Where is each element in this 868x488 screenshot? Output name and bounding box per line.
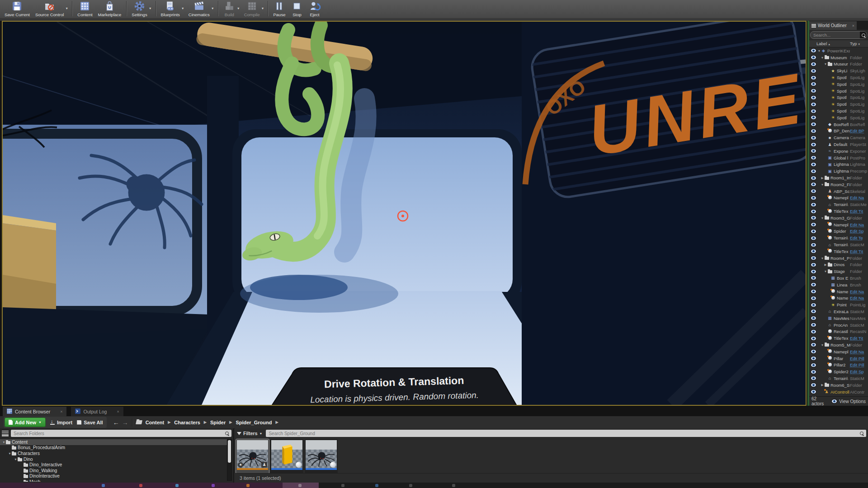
outliner-row[interactable]: ☀SpotlSpotLig [809,74,868,81]
outliner-row[interactable]: ▶Room6_SFolder [809,382,868,389]
folder-tree-item-dino_interactive[interactable]: Dino_Interactive [0,462,227,468]
outliner-row[interactable]: ▼StageFolder [809,268,868,275]
visibility-eye-icon[interactable] [811,95,816,100]
taskbar-app-icon[interactable] [102,484,105,487]
outliner-row[interactable]: ▣LightmaPrecomp [809,168,868,174]
visibility-eye-icon[interactable] [811,69,816,73]
visibility-eye-icon[interactable] [811,75,816,80]
import-button[interactable]: Import [50,420,72,425]
outliner-search-input[interactable]: Search... [810,31,867,39]
outliner-row[interactable]: ▦NavMesNavMes [809,315,868,322]
outliner-row[interactable]: NameplEdit Na [809,221,868,228]
asset-thumbnail-box[interactable] [270,439,303,474]
outliner-row[interactable]: NameEdit Na [809,288,868,295]
outliner-row[interactable]: NameplEdit Na [809,195,868,202]
visibility-eye-icon[interactable] [811,136,816,140]
settings-button[interactable]: Settings [129,0,150,18]
folder-tree-scrollbar[interactable] [227,439,232,481]
outliner-row[interactable]: NameplEdit Na [809,348,868,355]
filters-button[interactable]: Filters ▼ [237,431,262,436]
visibility-eye-icon[interactable] [811,263,816,267]
outliner-search-button[interactable] [860,32,867,38]
back-button[interactable]: ← [113,419,119,426]
tab-content-browser[interactable]: Content Browser× [3,407,66,416]
outliner-row[interactable]: ♟DefaultPlayerSt [809,141,868,148]
visibility-eye-icon[interactable] [811,282,816,287]
outliner-row[interactable]: Pillar2Edit Pill [809,361,868,368]
folder-tree-item-dinointeractive[interactable]: DinoInteractive [0,474,227,479]
taskbar-app-icon[interactable] [298,484,302,487]
taskbar-app-icon[interactable] [341,484,344,487]
visibility-eye-icon[interactable] [811,109,816,113]
outliner-row[interactable]: ♟ABP_ScSkeletal [809,188,868,195]
stop-button[interactable]: Stop [288,0,306,18]
visibility-eye-icon[interactable] [811,343,816,347]
outliner-row[interactable]: ⌂Terrain\StaticMe [809,201,868,208]
source-control-button[interactable]: Source Control [33,0,66,18]
visibility-eye-icon[interactable] [811,142,816,147]
add-new-button[interactable]: Add New ▼ [5,418,46,427]
visibility-eye-icon[interactable] [811,303,816,307]
visibility-eye-icon[interactable] [811,209,816,214]
taskbar-app-icon[interactable] [452,484,455,487]
visibility-eye-icon[interactable] [811,249,816,253]
visibility-eye-icon[interactable] [811,229,816,234]
taskbar-app-icon[interactable] [175,484,179,487]
actor-type-edit-link[interactable]: Edit Na [850,296,868,300]
outliner-row[interactable]: ☀SpotlSpotLig [809,108,868,114]
outliner-row[interactable]: ☀SpotlSpotLig [809,94,868,101]
actor-type-edit-link[interactable]: Edit BP [850,128,868,133]
actor-type-edit-link[interactable]: Edit Tit [850,336,868,341]
outliner-row[interactable]: RecastlRecastN [809,328,868,335]
save-all-button[interactable]: Save All [77,420,103,425]
search-assets-input[interactable]: Search Spider_Ground [266,430,866,437]
outliner-row[interactable]: ▣LightmaLightma [809,161,868,168]
outliner-row[interactable]: ☀SpotlSpotLig [809,114,868,121]
cinematics-button[interactable]: Cinematics [186,0,212,18]
taskbar-app-icon[interactable] [139,484,142,487]
visibility-eye-icon[interactable] [811,122,816,127]
visibility-eye-icon[interactable] [811,356,816,361]
outliner-row[interactable]: ▼◆PowerIKExaWorld [809,47,868,54]
taskbar-app-icon[interactable] [212,484,215,487]
visibility-eye-icon[interactable] [811,216,816,220]
outliner-row[interactable]: ▼Room5_MFolder [809,342,868,348]
visibility-eye-icon[interactable] [811,222,816,227]
visibility-eye-icon[interactable] [811,289,816,294]
visibility-eye-icon[interactable] [811,155,816,160]
visibility-eye-icon[interactable] [811,243,816,247]
visibility-eye-icon[interactable] [811,162,816,167]
outliner-row[interactable]: ▦Box EBrush [809,275,868,282]
outliner-row[interactable]: Spider2Edit Sp [809,368,868,375]
expander-icon[interactable]: ▶ [821,176,824,180]
pause-button[interactable]: Pause [270,0,288,18]
visibility-eye-icon[interactable] [811,349,816,354]
taskbar-app-icon[interactable] [246,484,250,487]
chevron-down-icon[interactable]: ▼ [149,7,152,10]
visibility-eye-icon[interactable] [811,55,816,60]
outliner-row[interactable]: ▼Room4_PFolder [809,255,868,262]
expander-icon[interactable]: ▼ [824,62,827,66]
expander-icon[interactable]: ▼ [821,183,824,186]
tab-output-log[interactable]: Output Log× [71,407,123,416]
visibility-eye-icon[interactable] [811,196,816,200]
actor-type-edit-link[interactable]: Edit Tit [850,209,868,214]
expander-icon[interactable]: ▶ [821,383,824,387]
outliner-row[interactable]: TitleTexEdit Tit [809,248,868,255]
outliner-row[interactable]: ☀PointPointLig [809,301,868,308]
taskbar-app-icon[interactable] [409,484,412,487]
outliner-row[interactable]: ▶DinosFolder [809,262,868,268]
visibility-eye-icon[interactable] [811,149,816,153]
outliner-row[interactable]: ▼Room2_FiFolder [809,181,868,188]
asset-thumbnail-spider[interactable] [305,439,338,474]
expander-icon[interactable]: ▶ [824,263,827,267]
close-icon[interactable]: × [117,409,119,414]
outliner-row[interactable]: ■CameraCamera [809,134,868,141]
tab-world-outliner[interactable]: World Outliner × [809,21,857,30]
visibility-eye-icon[interactable] [811,316,816,320]
visibility-eye-icon[interactable] [811,336,816,341]
actor-type-edit-link[interactable]: Edit Na [850,222,868,227]
expander-icon[interactable]: ▼ [821,56,824,59]
visibility-eye-icon[interactable] [811,383,816,387]
outliner-row[interactable]: ▼Room3_GFolder [809,215,868,221]
